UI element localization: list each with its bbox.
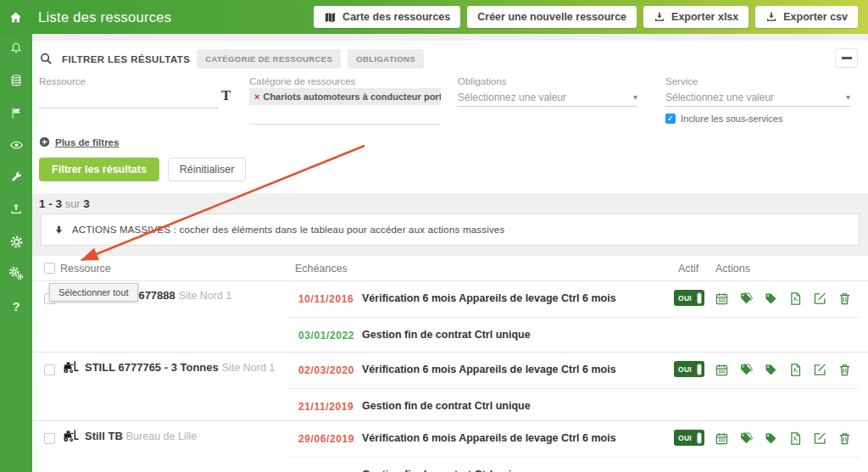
export-xlsx-button[interactable]: Exporter xlsx [643,6,748,28]
tags-icon[interactable] [739,363,754,377]
obligations-select[interactable]: Sélectionnez une valeur ▾ [458,88,637,107]
column-actions: Actions [715,263,750,275]
database-icon[interactable] [8,73,24,88]
map-resources-button[interactable]: Carte des ressources [314,6,460,28]
more-filters-link[interactable]: Plus de filtres [39,136,119,147]
field-obligations: Obligations Sélectionnez une valeur ▾ [458,76,637,86]
ressource-input[interactable] [39,90,219,108]
deadline-label: Gestion fin de contrat Ctrl unique [362,329,531,341]
massive-actions-text: ACTIONS MASSIVES : cocher des éléments d… [72,225,504,235]
deadline-item: 21/11/2019 Gestion fin de contrat Ctrl u… [288,388,860,424]
resource-name[interactable]: STILL 6777765 - 3 TonnesSite Nord 1 [85,361,275,374]
toggle-knob [697,364,702,375]
cogs-icon[interactable] [8,266,24,281]
table-row: Nissan 4t 677888Site Nord 1 10/11/2016 V… [32,281,868,353]
categorie-tag-text: Chariots automoteurs à conducteur porté … [263,92,441,102]
gear-icon[interactable] [8,234,24,249]
tag-icon[interactable] [764,292,778,306]
bell-icon[interactable] [8,41,24,56]
deadline-date: 03/01/2022 [298,330,354,342]
row-actions [715,431,852,446]
resource-site: Site Nord 1 [222,362,275,374]
tags-icon[interactable] [739,431,754,446]
deadline-label: Gestion fin de contrat Ctrl unique [362,469,531,472]
results-range: 1 - 3 [39,197,62,210]
topbar-actions: Carte des ressources Créer une nouvelle … [314,6,858,28]
search-icon [39,52,53,66]
deadline-item: 03/01/2022 Gestion fin de contrat Ctrl u… [288,317,860,353]
more-filters-label: Plus de filtres [55,137,119,147]
remove-tag-icon[interactable]: × [254,92,259,102]
forklift-icon [60,428,79,443]
export-csv-button[interactable]: Exporter csv [755,6,858,28]
pdf-icon[interactable] [788,431,803,446]
results-total: 3 [83,197,90,210]
export-csv-label: Exporter csv [783,11,848,23]
flag-icon[interactable] [8,105,24,120]
app-header: Liste des ressources Carte des ressource… [0,0,868,34]
checkbox-checked-icon: ✓ [665,114,676,124]
create-resource-button[interactable]: Créer une nouvelle ressource [467,6,637,28]
eye-icon[interactable] [8,137,24,153]
include-subservices-checkbox[interactable]: ✓ Inclure les sous-services [665,114,782,124]
edit-icon[interactable] [813,431,827,446]
deadline-item: Gestion fin de contrat Ctrl unique [288,457,860,472]
edit-icon[interactable] [813,292,827,306]
select-all-tooltip: Sélectionner tout [49,283,138,302]
tags-icon[interactable] [739,292,754,306]
resources-table: Ressource Echéances Actif Actions Nissan… [32,256,868,472]
row-actions [715,292,852,306]
service-select[interactable]: Sélectionnez une valeur ▾ [665,88,850,107]
resource-site: Bureau de Lille [126,430,197,442]
calendar-icon[interactable] [715,292,729,306]
left-sidebar: ? [0,34,32,472]
resource-site: Site Nord 1 [179,290,232,302]
text-format-icon[interactable]: T [221,87,231,104]
deadline-date: 10/11/2016 [298,293,353,305]
deadlines-cell: 29/06/2019 Vérification 6 mois Appareils… [288,421,860,472]
tag-icon[interactable] [764,363,778,377]
filter-results-button[interactable]: Filtrer les résultats [39,158,159,181]
wrench-icon[interactable] [8,169,24,185]
calendar-icon[interactable] [715,431,729,446]
page-title: Liste des ressources [38,9,171,25]
field-categorie: Catégorie de ressources ×Chariots automo… [249,76,441,86]
select-all-checkbox[interactable] [44,263,55,274]
service-label: Service [665,76,850,86]
trash-icon[interactable] [837,431,852,446]
ressource-label: Ressource [39,76,219,86]
toggle-knob [697,292,702,304]
collapse-filters-button[interactable] [835,48,858,68]
create-resource-label: Créer une nouvelle ressource [477,11,626,23]
home-icon[interactable] [8,10,23,25]
categorie-underline [249,124,441,125]
chevron-down-icon: ▾ [846,92,850,102]
edit-icon[interactable] [813,363,827,377]
tab-categorie-ressources[interactable]: CATÉGORIE DE RESSOURCES [197,49,341,69]
pdf-icon[interactable] [788,292,803,306]
pdf-icon[interactable] [788,363,803,377]
obligations-label: Obligations [458,76,637,86]
deadline-date: 29/06/2019 [298,433,354,445]
active-toggle[interactable]: OUI [674,430,704,446]
deadline-label: Gestion fin de contrat Ctrl unique [362,400,531,412]
active-toggle[interactable]: OUI [674,290,704,306]
field-ressource: Ressource T [39,76,219,86]
active-toggle[interactable]: OUI [674,361,704,377]
row-checkbox[interactable] [44,364,55,375]
reset-button[interactable]: Réinitialiser [168,158,246,181]
tab-obligations[interactable]: OBLIGATIONS [348,49,424,69]
resource-name[interactable]: Still TBBureau de Lille [85,430,197,442]
help-icon[interactable]: ? [8,298,24,314]
upload-icon[interactable] [8,202,24,217]
calendar-icon[interactable] [715,363,729,377]
row-checkbox[interactable] [44,433,55,444]
trash-icon[interactable] [837,363,852,377]
trash-icon[interactable] [837,292,852,306]
categorie-selected-tag: ×Chariots automoteurs à conducteur porté… [249,88,441,105]
include-subservices-label: Inclure les sous-services [681,114,782,124]
massive-actions-banner: ACTIONS MASSIVES : cocher des éléments d… [41,214,860,246]
active-toggle-label: OUI [678,294,692,303]
deadline-label: Vérification 6 mois Appareils de levage … [362,364,616,375]
tag-icon[interactable] [764,431,778,446]
